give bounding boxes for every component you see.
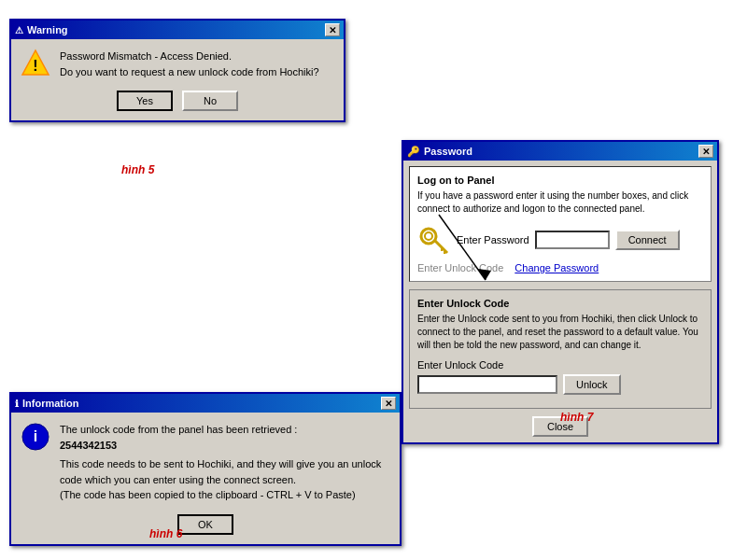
unlock-section: Enter Unlock Code Enter the Unlock code … (409, 289, 712, 409)
info-code: 2544342153 (60, 438, 390, 454)
svg-point-5 (425, 232, 432, 240)
info-buttons: OK (21, 514, 390, 535)
warning-close-button[interactable]: ✕ (325, 23, 340, 36)
info-message: The unlock code from the panel has been … (60, 422, 390, 503)
unlock-row: Unlock (417, 374, 703, 395)
warning-no-button[interactable]: No (182, 91, 238, 111)
warning-line2: Do you want to request a new unlock code… (60, 64, 319, 80)
info-close-button[interactable]: ✕ (381, 397, 396, 410)
password-close-x-button[interactable]: ✕ (698, 145, 713, 158)
svg-text:!: ! (33, 58, 37, 74)
info-line1: The unlock code from the panel has been … (60, 422, 390, 438)
info-content: i The unlock code from the panel has bee… (21, 422, 390, 503)
unlock-button[interactable]: Unlock (563, 374, 621, 395)
caption-hinh6: hình 6 (149, 527, 182, 540)
caption-hinh7: hình 7 (560, 411, 593, 424)
info-title-text: Information (22, 398, 79, 409)
info-titlebar: ℹ Information ✕ (11, 394, 400, 413)
warning-yes-button[interactable]: Yes (117, 91, 173, 111)
info-dialog: ℹ Information ✕ i The unlock code from t… (9, 392, 402, 546)
warning-title-text: Warning (27, 24, 68, 35)
change-password-link[interactable]: Change Password (514, 262, 599, 273)
password-row: Enter Password Connect (417, 223, 703, 257)
warning-title-icon: ⚠ (15, 25, 23, 35)
svg-text:i: i (34, 428, 37, 444)
warning-buttons: Yes No (21, 91, 334, 111)
logon-section: Log on to Panel If you have a password e… (409, 166, 712, 282)
password-input[interactable] (535, 231, 610, 249)
password-title-icon: 🔑 (407, 146, 420, 158)
caption-hinh5: hình 5 (121, 163, 154, 176)
password-dialog: 🔑 Password ✕ Log on to Panel If you have… (402, 140, 719, 444)
info-ok-button[interactable]: OK (177, 514, 233, 535)
enter-password-label: Enter Password (457, 234, 529, 245)
logon-desc: If you have a password enter it using th… (417, 189, 703, 216)
connect-button[interactable]: Connect (615, 230, 680, 250)
enter-unlock-link[interactable]: Enter Unlock Code (417, 262, 503, 273)
warning-content: ! Password Mismatch - Access Denied. Do … (21, 49, 334, 79)
password-links: Enter Unlock Code Change Password (417, 262, 703, 273)
info-line3: (The code has been copied to the clipboa… (60, 487, 390, 503)
warning-titlebar: ⚠ Warning ✕ (11, 21, 344, 39)
info-icon: i (21, 422, 50, 452)
warning-line1: Password Mismatch - Access Denied. (60, 49, 319, 64)
unlock-code-input[interactable] (417, 375, 557, 394)
logon-title: Log on to Panel (417, 175, 703, 186)
warning-dialog: ⚠ Warning ✕ ! Password Mismatch - Access… (9, 19, 345, 122)
warning-icon: ! (21, 49, 50, 78)
key-icon (417, 223, 451, 257)
info-title-icon: ℹ (15, 399, 19, 409)
info-line2: This code needs to be sent to Hochiki, a… (60, 456, 390, 487)
enter-unlock-code-label: Enter Unlock Code (417, 359, 703, 371)
password-title-text: Password (424, 146, 472, 157)
unlock-section-title: Enter Unlock Code (417, 298, 703, 309)
password-titlebar: 🔑 Password ✕ (403, 142, 717, 161)
unlock-desc: Enter the Unlock code sent to you from H… (417, 313, 703, 352)
warning-message: Password Mismatch - Access Denied. Do yo… (60, 49, 319, 79)
